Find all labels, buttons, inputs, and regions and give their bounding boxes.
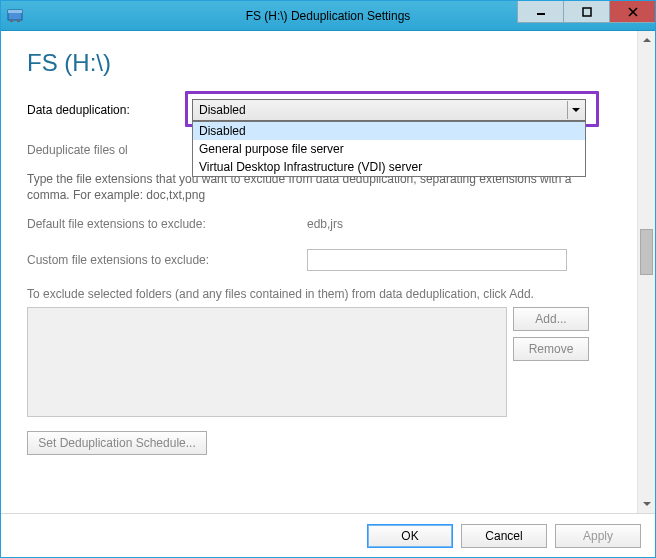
custom-ext-row: Custom file extensions to exclude: [27, 249, 627, 271]
apply-button[interactable]: Apply [555, 524, 641, 548]
scroll-thumb[interactable] [640, 229, 653, 275]
client-area: FS (H:\) Data deduplication: Disabled Di… [1, 31, 655, 513]
remove-button[interactable]: Remove [513, 337, 589, 361]
dedup-combobox-control[interactable]: Disabled [192, 99, 586, 121]
dedup-row: Data deduplication: Disabled Disabled Ge… [27, 99, 627, 121]
custom-ext-label: Custom file extensions to exclude: [27, 253, 257, 267]
page-heading: FS (H:\) [27, 49, 627, 77]
exclude-folders-caption: To exclude selected folders (and any fil… [27, 287, 627, 301]
exclude-panel: Add... Remove [27, 307, 627, 417]
svg-rect-5 [583, 8, 591, 16]
default-ext-row: Default file extensions to exclude: edb,… [27, 217, 627, 231]
svg-rect-2 [10, 20, 13, 22]
dedup-option-vdi[interactable]: Virtual Desktop Infrastructure (VDI) ser… [193, 158, 585, 176]
scroll-up-button[interactable] [638, 31, 655, 49]
dialog-window: FS (H:\) Deduplication Settings FS (H:\)… [0, 0, 656, 558]
dedup-selected-value: Disabled [199, 103, 246, 117]
vertical-scrollbar[interactable] [637, 31, 655, 513]
content-pane: FS (H:\) Data deduplication: Disabled Di… [1, 31, 637, 513]
window-buttons [517, 1, 655, 23]
dedup-option-general[interactable]: General purpose file server [193, 140, 585, 158]
set-schedule-button[interactable]: Set Deduplication Schedule... [27, 431, 207, 455]
chevron-down-icon[interactable] [567, 101, 583, 119]
svg-rect-3 [17, 20, 20, 22]
close-button[interactable] [609, 1, 655, 23]
scroll-down-button[interactable] [638, 495, 655, 513]
older-than-label-partial: Deduplicate files ol [27, 143, 128, 157]
default-ext-value: edb,jrs [307, 217, 343, 231]
cancel-button[interactable]: Cancel [461, 524, 547, 548]
scroll-track[interactable] [638, 49, 655, 495]
dedup-dropdown-list: Disabled General purpose file server Vir… [192, 121, 586, 177]
dedup-label: Data deduplication: [27, 103, 162, 117]
app-icon [7, 8, 23, 24]
svg-rect-1 [8, 10, 22, 13]
ok-button[interactable]: OK [367, 524, 453, 548]
add-button[interactable]: Add... [513, 307, 589, 331]
dialog-footer: OK Cancel Apply [1, 513, 655, 557]
dedup-option-disabled[interactable]: Disabled [193, 122, 585, 140]
minimize-button[interactable] [517, 1, 563, 23]
titlebar[interactable]: FS (H:\) Deduplication Settings [1, 1, 655, 31]
maximize-button[interactable] [563, 1, 609, 23]
exclude-folders-listbox[interactable] [27, 307, 507, 417]
custom-ext-input[interactable] [307, 249, 567, 271]
dedup-combobox[interactable]: Disabled Disabled General purpose file s… [192, 99, 586, 121]
default-ext-label: Default file extensions to exclude: [27, 217, 257, 231]
